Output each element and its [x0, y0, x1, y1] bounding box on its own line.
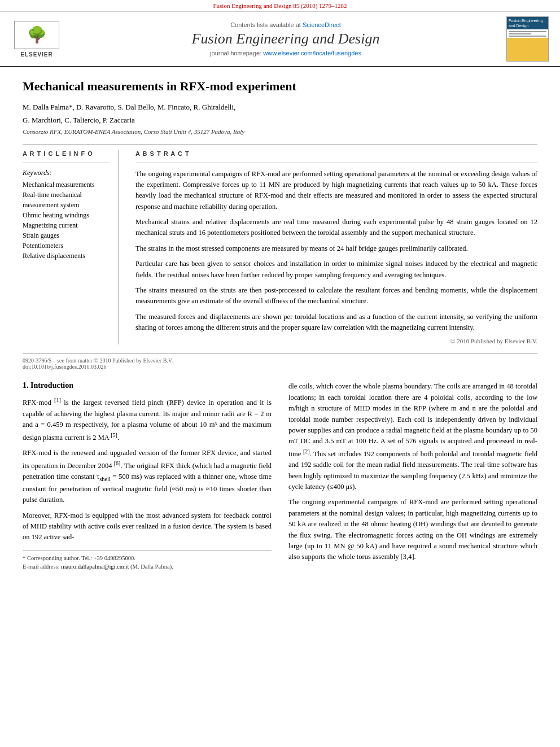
intro-paragraph: Moreover, RFX-mod is equipped with the m… [23, 510, 272, 543]
intro-paragraph: RFX-mod is the renewed and upgraded vers… [23, 448, 272, 505]
divider-1 [23, 144, 537, 145]
keyword-item: Ohmic heating windings [23, 210, 109, 220]
abstract-divider [135, 163, 537, 163]
homepage-line: journal homepage: www.elsevier.com/locat… [73, 50, 498, 56]
logo-tree-icon: 🌳 [27, 27, 47, 43]
intro-paragraph: dle coils, which cover the whole plasma … [288, 381, 537, 492]
article-info-label: A R T I C L E I N F O [23, 150, 109, 157]
abstract-paragraph: The ongoing experimental campaigns of RF… [135, 169, 537, 213]
logo-box: 🌳 [14, 21, 59, 49]
homepage-link[interactable]: www.elsevier.com/locate/fusengdes [263, 50, 361, 56]
article-info-abstract: A R T I C L E I N F O Keywords: Mechanic… [23, 150, 537, 345]
sciencedirect-link[interactable]: ScienceDirect [303, 21, 341, 28]
journal-cover: Fusion Engineering and Design [506, 16, 549, 62]
elsevier-logo: 🌳 ELSEVIER [11, 21, 62, 58]
top-bar: Fusion Engineering and Design 85 (2010) … [0, 0, 560, 12]
paper-title: Mechanical measurements in RFX-mod exper… [23, 78, 537, 95]
elsevier-wordmark: ELSEVIER [20, 51, 53, 58]
cover-line-3 [509, 36, 546, 37]
abstract-paragraphs: The ongoing experimental campaigns of RF… [135, 169, 537, 334]
body-two-col: 1. Introduction RFX-mod [1] is the large… [23, 381, 537, 571]
corresponding-note: * Corresponding author. Tel.: +39 049829… [23, 554, 272, 563]
intro-paragraph: The ongoing experimental campaigns of RF… [288, 497, 537, 562]
authors-line1: M. Dalla Palma*, D. Ravarotto, S. Dal Be… [23, 102, 537, 113]
journal-right: Fusion Engineering and Design [498, 16, 549, 62]
body-col-left: 1. Introduction RFX-mod [1] is the large… [23, 381, 272, 571]
keyword-item: Potentiometers [23, 241, 109, 251]
abstract-paragraph: Particular care has been given to sensor… [135, 259, 537, 281]
body-section: 1. Introduction RFX-mod [1] is the large… [23, 381, 537, 571]
authors-line2: G. Marchiori, C. Taliercio, P. Zaccaria [23, 115, 537, 126]
cover-line-1 [509, 31, 546, 32]
contents-line: Contents lists available at ScienceDirec… [73, 21, 498, 28]
keyword-item: Mechanical measurements [23, 180, 109, 190]
affiliation: Consorzio RFX, EURATOM-ENEA Association,… [23, 128, 537, 135]
body-col-right: dle coils, which cover the whole plasma … [288, 381, 537, 571]
abstract-paragraph: The measured forces and displacements ar… [135, 312, 537, 334]
copyright: © 2010 Published by Elsevier B.V. [135, 338, 537, 344]
see-front-text: – see front matter © 2010 Published by E… [53, 357, 173, 364]
keyword-item: Relative displacements [23, 251, 109, 261]
email-line: E-mail address: mauro.dallapalma@igi.cnr… [23, 562, 272, 571]
bottom-meta: 0920-3796/$ – see front matter © 2010 Pu… [23, 353, 537, 370]
intro-col2-paragraphs: dle coils, which cover the whole plasma … [288, 381, 537, 562]
abstract-paragraph: The strains in the most stressed compone… [135, 243, 537, 254]
cover-bottom [507, 38, 548, 61]
doi-text: doi:10.1016/j.fusengdes.2010.03.026 [23, 364, 107, 370]
cover-lines [507, 29, 548, 38]
journal-title: Fusion Engineering and Design [73, 30, 498, 47]
abstract-label: A B S T R A C T [135, 150, 537, 157]
keywords-list: Mechanical measurementsReal-time mechani… [23, 180, 109, 261]
email-link[interactable]: mauro.dallapalma@igi.cnr.it [61, 563, 129, 570]
abstract-section: A B S T R A C T The ongoing experimental… [135, 150, 537, 345]
keywords-label: Keywords: [23, 169, 109, 177]
intro-heading: 1. Introduction [23, 381, 272, 390]
issn-text: 0920-3796/$ [23, 357, 51, 364]
abstract-paragraph: The strains measured on the struts are t… [135, 285, 537, 307]
journal-center: Contents lists available at ScienceDirec… [73, 21, 498, 56]
cover-line-2 [509, 33, 531, 34]
journal-citation: Fusion Engineering and Design 85 (2010) … [213, 2, 347, 9]
article-info: A R T I C L E I N F O Keywords: Mechanic… [23, 150, 119, 345]
abstract-paragraph: Mechanical strains and relative displace… [135, 217, 537, 239]
keyword-item: Strain gauges [23, 230, 109, 241]
intro-paragraph: RFX-mod [1] is the largest reversed fiel… [23, 396, 272, 443]
cover-top: Fusion Engineering and Design [507, 17, 548, 29]
article-info-divider [23, 163, 109, 163]
journal-header: 🌳 ELSEVIER Contents lists available at S… [0, 12, 560, 67]
main-content: Mechanical measurements in RFX-mod exper… [0, 67, 560, 583]
footnotes: * Corresponding author. Tel.: +39 049829… [23, 550, 272, 572]
email-label: E-mail address: [23, 563, 60, 570]
keyword-item: Real-time mechanical measurement system [23, 190, 109, 210]
email-who: (M. Dalla Palma). [130, 563, 173, 570]
keyword-item: Magnetizing current [23, 220, 109, 230]
intro-col1-paragraphs: RFX-mod [1] is the largest reversed fiel… [23, 396, 272, 543]
